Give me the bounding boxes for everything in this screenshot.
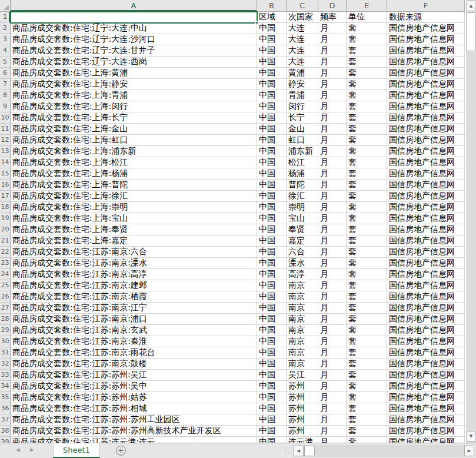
row-header-23[interactable]: 23	[0, 258, 11, 269]
cell-A20[interactable]: 商品房成交套数:住宅:上海:奉贤	[11, 224, 257, 235]
cell-B19[interactable]: 中国	[257, 213, 287, 224]
cell-B33[interactable]: 中国	[257, 370, 287, 381]
horizontal-scrollbar[interactable]: ◀ ▶	[293, 445, 475, 457]
cell-D14[interactable]: 月	[318, 157, 347, 168]
cell-A32[interactable]: 商品房成交套数:住宅:江苏:南京:鼓楼	[11, 359, 257, 370]
cell-A13[interactable]: 商品房成交套数:住宅:上海:浦东新	[11, 146, 257, 157]
cell-B26[interactable]: 中国	[257, 291, 287, 303]
cell-E13[interactable]: 套	[347, 146, 387, 157]
cell-A14[interactable]: 商品房成交套数:住宅:上海:松江	[11, 157, 257, 168]
cell-A2[interactable]: 商品房成交套数:住宅:辽宁:大连:中山	[11, 23, 257, 34]
cell-D10[interactable]: 月	[318, 112, 347, 124]
cell-D3[interactable]: 月	[318, 34, 347, 45]
row-header-28[interactable]: 28	[0, 314, 11, 325]
cell-D8[interactable]: 月	[318, 90, 347, 101]
cell-C1[interactable]: 次国家	[287, 12, 318, 23]
cell-D28[interactable]: 月	[318, 314, 347, 325]
cell-A9[interactable]: 商品房成交套数:住宅:上海:闵行	[11, 101, 257, 112]
cell-A23[interactable]: 商品房成交套数:住宅:江苏:南京:溧水	[11, 258, 257, 269]
row-header-11[interactable]: 11	[0, 124, 11, 135]
cell-D27[interactable]: 月	[318, 303, 347, 314]
cell-C14[interactable]: 松江	[287, 157, 318, 168]
column-header-F[interactable]: F	[387, 0, 465, 11]
cell-C15[interactable]: 杨浦	[287, 168, 318, 180]
row-header-10[interactable]: 10	[0, 112, 11, 124]
cell-E27[interactable]: 套	[347, 303, 387, 314]
cell-B30[interactable]: 中国	[257, 336, 287, 347]
cell-D7[interactable]: 月	[318, 79, 347, 90]
cell-E11[interactable]: 套	[347, 124, 387, 135]
cell-C17[interactable]: 徐汇	[287, 191, 318, 202]
cell-E1[interactable]: 单位	[347, 12, 387, 23]
cell-C25[interactable]: 南京	[287, 280, 318, 291]
cell-A31[interactable]: 商品房成交套数:住宅:江苏:南京:雨花台	[11, 347, 257, 359]
cell-C20[interactable]: 奉贤	[287, 224, 318, 235]
cell-E20[interactable]: 套	[347, 224, 387, 235]
add-sheet-button[interactable]: +	[116, 446, 126, 456]
cell-B29[interactable]: 中国	[257, 325, 287, 336]
scrollbar-resize-handle[interactable]: ⋮	[282, 446, 289, 453]
row-header-13[interactable]: 13	[0, 146, 11, 157]
cell-E24[interactable]: 套	[347, 269, 387, 280]
cell-A29[interactable]: 商品房成交套数:住宅:江苏:南京:玄武	[11, 325, 257, 336]
cell-E15[interactable]: 套	[347, 168, 387, 180]
cell-C16[interactable]: 普陀	[287, 180, 318, 191]
cell-B5[interactable]: 中国	[257, 57, 287, 68]
cell-D34[interactable]: 月	[318, 381, 347, 392]
cell-A26[interactable]: 商品房成交套数:住宅:江苏:南京:栖霞	[11, 291, 257, 303]
cell-E30[interactable]: 套	[347, 336, 387, 347]
column-header-D[interactable]: D	[318, 0, 347, 11]
cell-A35[interactable]: 商品房成交套数:住宅:江苏:苏州:姑苏	[11, 392, 257, 403]
row-header-7[interactable]: 7	[0, 79, 11, 90]
cell-A18[interactable]: 商品房成交套数:住宅:上海:崇明	[11, 202, 257, 213]
cell-D26[interactable]: 月	[318, 291, 347, 303]
cell-F4[interactable]: 国信房地产信息网	[387, 45, 465, 57]
cell-F9[interactable]: 国信房地产信息网	[387, 101, 465, 112]
cell-D25[interactable]: 月	[318, 280, 347, 291]
cell-A15[interactable]: 商品房成交套数:住宅:上海:杨浦	[11, 168, 257, 180]
cell-D1[interactable]: 频率	[318, 12, 347, 23]
row-header-31[interactable]: 31	[0, 347, 11, 359]
cell-C2[interactable]: 大连	[287, 23, 318, 34]
cell-B32[interactable]: 中国	[257, 359, 287, 370]
row-header-33[interactable]: 33	[0, 370, 11, 381]
cell-A37[interactable]: 商品房成交套数:住宅:江苏:苏州:苏州工业园区	[11, 414, 257, 426]
row-header-20[interactable]: 20	[0, 224, 11, 235]
cell-D20[interactable]: 月	[318, 224, 347, 235]
cell-B8[interactable]: 中国	[257, 90, 287, 101]
cell-F7[interactable]: 国信房地产信息网	[387, 79, 465, 90]
cell-A7[interactable]: 商品房成交套数:住宅:上海:静安	[11, 79, 257, 90]
cell-B21[interactable]: 中国	[257, 235, 287, 247]
cell-F13[interactable]: 国信房地产信息网	[387, 146, 465, 157]
cell-A24[interactable]: 商品房成交套数:住宅:江苏:南京:高淳	[11, 269, 257, 280]
cell-F6[interactable]: 国信房地产信息网	[387, 68, 465, 79]
cell-E14[interactable]: 套	[347, 157, 387, 168]
cell-B20[interactable]: 中国	[257, 224, 287, 235]
row-header-26[interactable]: 26	[0, 291, 11, 303]
cell-C9[interactable]: 闵行	[287, 101, 318, 112]
cell-F34[interactable]: 国信房地产信息网	[387, 381, 465, 392]
cell-F35[interactable]: 国信房地产信息网	[387, 392, 465, 403]
cell-A17[interactable]: 商品房成交套数:住宅:上海:徐汇	[11, 191, 257, 202]
scroll-left-button[interactable]: ◀	[294, 446, 304, 456]
cell-C26[interactable]: 南京	[287, 291, 318, 303]
cell-F8[interactable]: 国信房地产信息网	[387, 90, 465, 101]
cell-B23[interactable]: 中国	[257, 258, 287, 269]
cell-C36[interactable]: 苏州	[287, 403, 318, 414]
cell-B22[interactable]: 中国	[257, 247, 287, 258]
cell-C18[interactable]: 崇明	[287, 202, 318, 213]
cell-B38[interactable]: 中国	[257, 426, 287, 437]
cell-E34[interactable]: 套	[347, 381, 387, 392]
cell-B7[interactable]: 中国	[257, 79, 287, 90]
cell-F33[interactable]: 国信房地产信息网	[387, 370, 465, 381]
cell-E2[interactable]: 套	[347, 23, 387, 34]
cell-B3[interactable]: 中国	[257, 34, 287, 45]
cell-F12[interactable]: 国信房地产信息网	[387, 135, 465, 146]
cell-D16[interactable]: 月	[318, 180, 347, 191]
cell-E18[interactable]: 套	[347, 202, 387, 213]
cell-C23[interactable]: 溧水	[287, 258, 318, 269]
cell-A6[interactable]: 商品房成交套数:住宅:上海:黄浦	[11, 68, 257, 79]
row-header-16[interactable]: 16	[0, 180, 11, 191]
cell-C24[interactable]: 高淳	[287, 269, 318, 280]
cell-A36[interactable]: 商品房成交套数:住宅:江苏:苏州:相城	[11, 403, 257, 414]
